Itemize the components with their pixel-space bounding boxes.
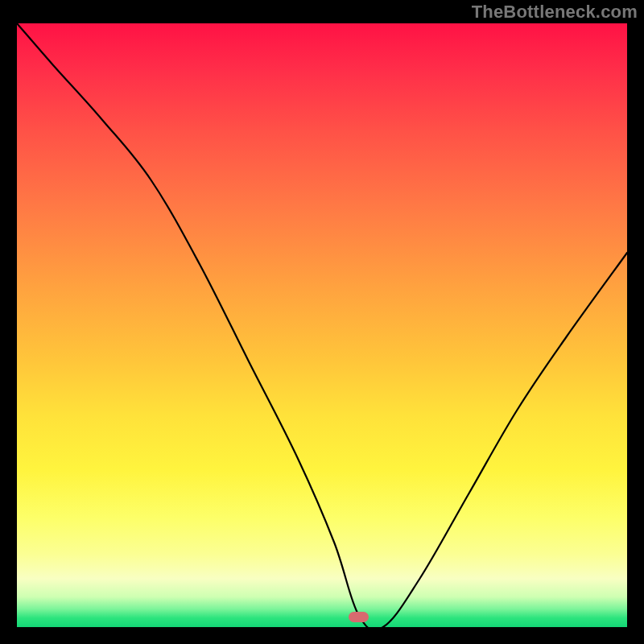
bottleneck-curve (17, 23, 627, 627)
chart-container: TheBottleneck.com (0, 0, 644, 644)
optimum-marker (349, 612, 369, 622)
plot-area (17, 23, 627, 627)
curve-path (17, 23, 627, 627)
watermark-text: TheBottleneck.com (472, 2, 638, 23)
